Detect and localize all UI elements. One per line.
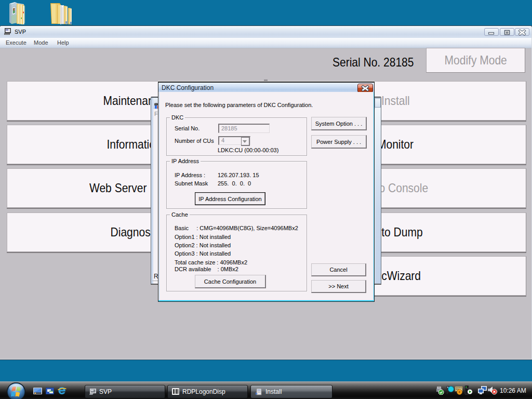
- svg-text:!: !: [459, 391, 460, 394]
